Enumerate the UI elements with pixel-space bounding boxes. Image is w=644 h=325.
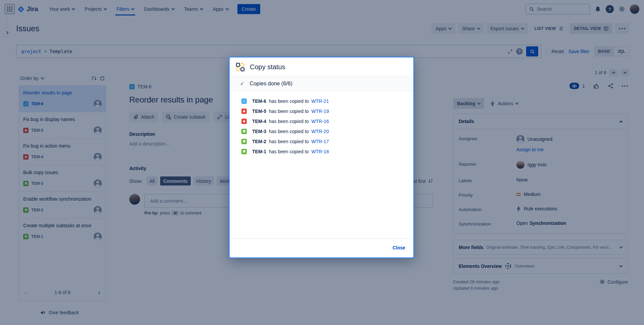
copied-issue-link[interactable]: WTR-16 <box>311 119 329 124</box>
bug-icon <box>241 119 247 124</box>
modal-title: Copy status <box>250 63 285 71</box>
copy-result-row: TEM-4 has been copied to WTR-16 <box>241 116 405 126</box>
copied-issue-link[interactable]: WTR-20 <box>311 129 329 134</box>
copy-status-dialog: Copy status Copies done (6/6) TEM-6 has … <box>229 57 414 258</box>
copy-result-row: TEM-3 has been copied to WTR-20 <box>241 126 405 136</box>
copy-result-list: TEM-6 has been copied to WTR-21 TEM-5 ha… <box>230 91 413 157</box>
copy-result-row: TEM-2 has been copied to WTR-17 <box>241 136 405 147</box>
check-icon <box>240 81 244 87</box>
copy-result-row: TEM-5 has been copied to WTR-19 <box>241 106 405 116</box>
copy-sync-app-icon <box>236 63 245 72</box>
copy-result-row: TEM-1 has been copied to WTR-18 <box>241 147 405 157</box>
task-icon <box>241 98 247 104</box>
modal-footer: Close <box>230 238 413 257</box>
bug-icon <box>241 109 247 114</box>
copy-result-row: TEM-6 has been copied to WTR-21 <box>241 96 405 106</box>
story-icon <box>241 149 247 154</box>
copied-issue-link[interactable]: WTR-17 <box>311 139 329 144</box>
close-button[interactable]: Close <box>393 245 405 250</box>
modal-header: Copy status <box>230 57 413 76</box>
copied-issue-link[interactable]: WTR-18 <box>311 149 329 154</box>
story-icon <box>241 139 247 144</box>
copied-issue-link[interactable]: WTR-21 <box>311 98 329 104</box>
story-icon <box>241 129 247 134</box>
copied-issue-link[interactable]: WTR-19 <box>311 109 329 114</box>
copies-done-status: Copies done (6/6) <box>230 76 413 91</box>
